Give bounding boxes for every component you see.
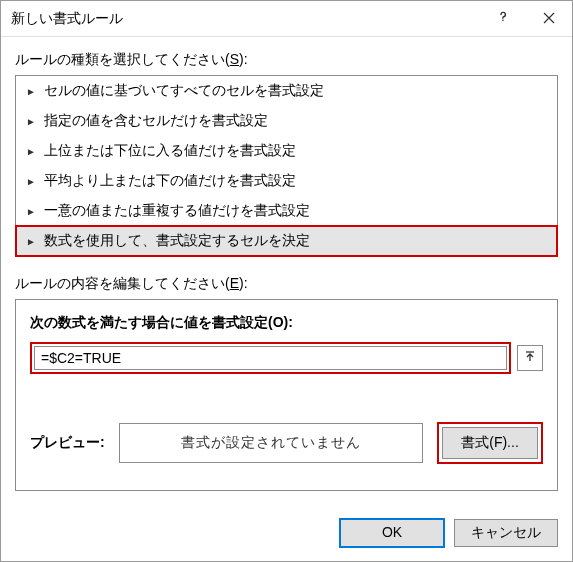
rule-type-item[interactable]: ► 平均より上または下の値だけを書式設定 — [16, 166, 557, 196]
formula-shortcut: O — [273, 314, 284, 330]
rule-type-item-label: 数式を使用して、書式設定するセルを決定 — [44, 232, 310, 250]
cancel-button[interactable]: キャンセル — [454, 519, 558, 547]
dialog-title: 新しい書式ルール — [11, 10, 123, 28]
ok-button[interactable]: OK — [340, 519, 444, 547]
dialog-content: ルールの種類を選択してください(S): ► セルの値に基づいてすべてのセルを書式… — [1, 37, 572, 505]
format-btn-prefix: 書式( — [461, 434, 494, 450]
arrow-icon: ► — [26, 86, 36, 97]
help-button[interactable] — [480, 1, 526, 36]
preview-box: 書式が設定されていません — [119, 423, 423, 463]
rule-type-label-text: ルールの種類を選択してください( — [15, 51, 230, 67]
format-button-highlight: 書式(F)... — [437, 422, 543, 464]
edit-label-text: ルールの内容を編集してください( — [15, 275, 230, 291]
collapse-icon — [523, 350, 537, 367]
edit-shortcut: E — [230, 275, 239, 291]
rule-type-item-label: 一意の値または重複する値だけを書式設定 — [44, 202, 310, 220]
rule-type-list: ► セルの値に基づいてすべてのセルを書式設定 ► 指定の値を含むセルだけを書式設… — [15, 75, 558, 257]
rule-type-item-selected[interactable]: ► 数式を使用して、書式設定するセルを決定 — [16, 226, 557, 256]
formula-label-text: 次の数式を満たす場合に値を書式設定( — [30, 314, 273, 330]
collapse-dialog-button[interactable] — [517, 345, 543, 371]
rule-type-item[interactable]: ► 一意の値または重複する値だけを書式設定 — [16, 196, 557, 226]
format-btn-suffix: )... — [502, 434, 518, 450]
close-button[interactable] — [526, 1, 572, 36]
format-button[interactable]: 書式(F)... — [442, 427, 538, 459]
arrow-icon: ► — [26, 116, 36, 127]
rule-type-label: ルールの種類を選択してください(S): — [15, 51, 558, 69]
formula-label-end: ): — [284, 314, 293, 330]
edit-section-label: ルールの内容を編集してください(E): — [15, 275, 558, 293]
preview-label: プレビュー: — [30, 434, 105, 452]
rule-type-shortcut: S — [230, 51, 239, 67]
preview-row: プレビュー: 書式が設定されていません 書式(F)... — [30, 422, 543, 464]
formula-input[interactable] — [34, 346, 507, 370]
arrow-icon: ► — [26, 236, 36, 247]
rule-type-item[interactable]: ► セルの値に基づいてすべてのセルを書式設定 — [16, 76, 557, 106]
arrow-icon: ► — [26, 146, 36, 157]
rule-type-item[interactable]: ► 上位または下位に入る値だけを書式設定 — [16, 136, 557, 166]
titlebar: 新しい書式ルール — [1, 1, 572, 37]
rule-type-item-label: 指定の値を含むセルだけを書式設定 — [44, 112, 268, 130]
formula-row — [30, 342, 543, 374]
dialog-button-row: OK キャンセル — [1, 505, 572, 561]
titlebar-controls — [480, 1, 572, 36]
dialog-window: 新しい書式ルール ルールの種類を選択してください(S): ► セルの値に基づいて… — [0, 0, 573, 562]
help-icon — [496, 10, 510, 27]
close-icon — [543, 11, 555, 27]
rule-type-item-label: セルの値に基づいてすべてのセルを書式設定 — [44, 82, 324, 100]
arrow-icon: ► — [26, 206, 36, 217]
rule-type-item-label: 上位または下位に入る値だけを書式設定 — [44, 142, 296, 160]
rule-type-item-label: 平均より上または下の値だけを書式設定 — [44, 172, 296, 190]
edit-description-box: 次の数式を満たす場合に値を書式設定(O): プレビュー: 書式が設定されていませ… — [15, 299, 558, 491]
formula-input-highlight — [30, 342, 511, 374]
formula-label: 次の数式を満たす場合に値を書式設定(O): — [30, 314, 543, 332]
rule-type-label-end: ): — [239, 51, 248, 67]
edit-label-end: ): — [239, 275, 248, 291]
rule-type-item[interactable]: ► 指定の値を含むセルだけを書式設定 — [16, 106, 557, 136]
arrow-icon: ► — [26, 176, 36, 187]
